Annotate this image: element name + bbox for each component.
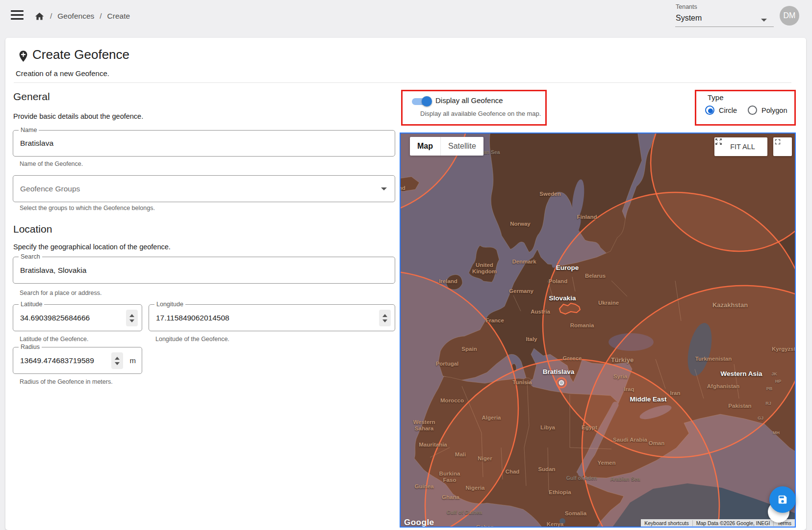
radio-icon bbox=[748, 106, 757, 115]
chevron-down-icon bbox=[761, 19, 767, 22]
geofence-groups-placeholder: Geofence Groups bbox=[20, 176, 80, 202]
tenants-label: Tenants bbox=[676, 3, 697, 10]
location-heading: Location bbox=[13, 223, 52, 235]
toggle-thumb bbox=[422, 96, 432, 106]
latitude-input[interactable] bbox=[13, 305, 142, 331]
map[interactable]: Norwegian SeaIcelandSwedenNorwayFinlandD… bbox=[400, 132, 796, 528]
satellite-tab[interactable]: Satellite bbox=[440, 137, 483, 156]
type-radio-circle[interactable]: Circle bbox=[705, 106, 737, 115]
divider bbox=[14, 82, 791, 83]
geofence-groups-field[interactable]: Geofence Groups bbox=[13, 175, 395, 202]
search-helper: Search for a place or address. bbox=[20, 290, 102, 296]
map-tab[interactable]: Map bbox=[410, 137, 440, 156]
breadcrumb-item[interactable]: Create bbox=[107, 12, 130, 21]
display-all-helper: Display all available Geofence on the ma… bbox=[420, 110, 541, 117]
radius-field-label: Radius bbox=[19, 344, 42, 350]
menu-icon[interactable] bbox=[11, 10, 24, 20]
page: /Geofences/Create Tenants System DM Crea… bbox=[0, 0, 812, 530]
bratislava-marker bbox=[559, 381, 564, 385]
general-description: Provide basic details about the geofence… bbox=[13, 112, 143, 120]
add-location-pin-icon bbox=[17, 50, 30, 65]
radius-field[interactable]: Radius m bbox=[13, 347, 142, 374]
home-icon[interactable] bbox=[34, 11, 45, 22]
fullscreen-button[interactable] bbox=[773, 137, 792, 156]
map-type-control: Map Satellite bbox=[410, 137, 483, 156]
longitude-helper: Longitude of the Geofence. bbox=[155, 336, 229, 343]
breadcrumb: /Geofences/Create bbox=[34, 10, 130, 22]
general-heading: General bbox=[13, 91, 50, 103]
radius-helper: Radius of the Geofence in meters. bbox=[20, 378, 113, 385]
select-underline bbox=[675, 26, 774, 27]
page-subtitle: Creation of a new Geofence. bbox=[16, 69, 109, 78]
type-radio-polygon[interactable]: Polygon bbox=[748, 106, 787, 115]
type-options: CirclePolygon bbox=[705, 106, 787, 115]
chevron-down-icon bbox=[381, 187, 387, 190]
page-title: Create Geofence bbox=[32, 47, 129, 62]
search-field[interactable]: Search bbox=[13, 257, 395, 284]
latitude-field-label: Latitude bbox=[19, 301, 44, 308]
name-field-label: Name bbox=[19, 127, 39, 133]
breadcrumb-item[interactable]: Geofences bbox=[57, 12, 94, 21]
name-input[interactable] bbox=[13, 131, 395, 156]
radio-label: Polygon bbox=[761, 106, 787, 114]
location-description: Specify the geographical location of the… bbox=[13, 243, 171, 251]
radio-icon bbox=[705, 106, 714, 115]
type-label: Type bbox=[708, 93, 724, 102]
longitude-field-label: Longitude bbox=[154, 301, 185, 308]
tenant-value: System bbox=[676, 14, 702, 23]
annotation-box-display-all bbox=[401, 90, 547, 126]
attribution-link[interactable]: Keyboard shortcuts bbox=[641, 520, 692, 526]
display-all-label: Display all Geofence bbox=[435, 96, 503, 105]
tenant-select[interactable]: System bbox=[675, 13, 774, 26]
name-field[interactable]: Name bbox=[13, 130, 395, 157]
search-field-label: Search bbox=[19, 253, 42, 260]
groups-helper: Select the groups to which the Geofence … bbox=[20, 205, 155, 212]
save-button[interactable] bbox=[769, 486, 796, 513]
map-canvas bbox=[401, 133, 796, 528]
breadcrumb-items: /Geofences/Create bbox=[50, 12, 130, 21]
radius-unit: m bbox=[130, 356, 136, 365]
longitude-field[interactable]: Longitude bbox=[149, 304, 395, 331]
breadcrumb-separator: / bbox=[100, 12, 102, 21]
google-logo[interactable]: Google bbox=[404, 518, 434, 528]
latitude-stepper[interactable] bbox=[126, 310, 138, 326]
attribution-link[interactable]: Map Data ©2026 Google, INEGI bbox=[692, 520, 774, 526]
fit-all-button[interactable]: FIT ALL bbox=[714, 137, 767, 156]
radius-stepper[interactable] bbox=[111, 352, 123, 369]
save-icon bbox=[777, 494, 788, 505]
radio-label: Circle bbox=[719, 106, 737, 114]
fit-all-label: FIT ALL bbox=[730, 143, 755, 151]
breadcrumb-separator: / bbox=[50, 12, 52, 21]
latitude-helper: Latitude of the Geofence. bbox=[20, 336, 88, 343]
longitude-stepper[interactable] bbox=[379, 310, 391, 326]
name-helper: Name of the Geofence. bbox=[20, 160, 83, 167]
search-input[interactable] bbox=[13, 257, 395, 283]
latitude-field[interactable]: Latitude bbox=[13, 304, 142, 331]
avatar[interactable]: DM bbox=[780, 6, 799, 26]
longitude-input[interactable] bbox=[149, 305, 395, 331]
display-all-toggle[interactable] bbox=[412, 96, 432, 107]
